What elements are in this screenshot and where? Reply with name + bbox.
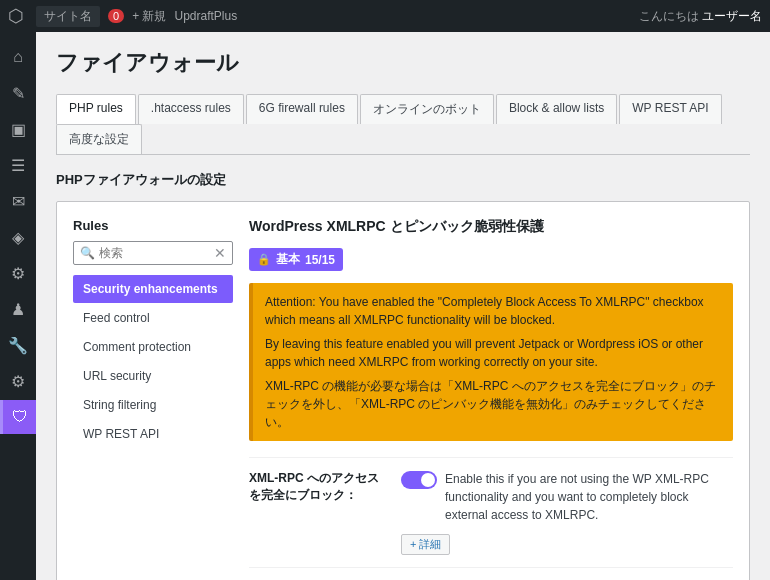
tab-htaccess[interactable]: .htaccess rules bbox=[138, 94, 244, 124]
sidebar: ⌂ ✎ ▣ ☰ ✉ ◈ ⚙ ♟ 🔧 ⚙ 🛡 bbox=[0, 32, 36, 580]
notif-count[interactable]: 0 bbox=[108, 9, 124, 23]
nav-item-feed[interactable]: Feed control bbox=[73, 304, 233, 332]
tab-php-rules[interactable]: PHP rules bbox=[56, 94, 136, 125]
search-box: 🔍 ✕ bbox=[73, 241, 233, 265]
tab-advanced[interactable]: 高度な設定 bbox=[56, 124, 142, 154]
greeting: こんにちは ユーザー名 bbox=[639, 8, 762, 25]
tab-block-allow[interactable]: Block & allow lists bbox=[496, 94, 617, 124]
sidebar-icon-comments[interactable]: ✉ bbox=[0, 184, 36, 218]
details-button-1[interactable]: + 詳細 bbox=[401, 534, 450, 555]
sidebar-icon-plugins[interactable]: ⚙ bbox=[0, 256, 36, 290]
sidebar-icon-media[interactable]: ▣ bbox=[0, 112, 36, 146]
setting-row-xmlrpc-block: XML-RPC へのアクセスを完全にブロック： Enable this if y… bbox=[249, 457, 733, 567]
badge-row: 🔒 基本 15/15 bbox=[249, 248, 733, 271]
toggle-xmlrpc-block[interactable] bbox=[401, 471, 437, 489]
right-panel: WordPress XMLRPC とピンバック脆弱性保護 🔒 基本 15/15 … bbox=[249, 218, 733, 580]
lock-icon: 🔒 bbox=[257, 253, 271, 266]
sidebar-icon-tools[interactable]: 🔧 bbox=[0, 328, 36, 362]
sidebar-icon-pages[interactable]: ☰ bbox=[0, 148, 36, 182]
warning-box: Attention: You have enabled the "Complet… bbox=[249, 283, 733, 441]
setting-toggle-row-1: Enable this if you are not using the WP … bbox=[401, 470, 733, 524]
setting-text-1: Enable this if you are not using the WP … bbox=[445, 470, 733, 524]
main-layout: ⌂ ✎ ▣ ☰ ✉ ◈ ⚙ ♟ 🔧 ⚙ 🛡 ファイアウォール PHP rules… bbox=[0, 32, 770, 580]
admin-bar: ⬡ サイト名 0 + 新規 UpdraftPlus こんにちは ユーザー名 bbox=[0, 0, 770, 32]
rules-label: Rules bbox=[73, 218, 233, 233]
new-post-button[interactable]: + 新規 bbox=[132, 8, 166, 25]
tab-bar: PHP rules .htaccess rules 6G firewall ru… bbox=[56, 94, 750, 155]
setting-row-xmlrpc-pingback: XML-RPC のピンバック機能を無効化： Jetpack や WP iOS な… bbox=[249, 567, 733, 580]
left-panel: Rules 🔍 ✕ Security enhancements Feed con… bbox=[73, 218, 233, 580]
nav-item-url[interactable]: URL security bbox=[73, 362, 233, 390]
nav-item-comment[interactable]: Comment protection bbox=[73, 333, 233, 361]
tab-6g[interactable]: 6G firewall rules bbox=[246, 94, 358, 124]
section-title: PHPファイアウォールの設定 bbox=[56, 171, 750, 189]
sidebar-icon-settings[interactable]: ⚙ bbox=[0, 364, 36, 398]
search-icon: 🔍 bbox=[80, 246, 95, 260]
sidebar-icon-posts[interactable]: ✎ bbox=[0, 76, 36, 110]
nav-item-security[interactable]: Security enhancements bbox=[73, 275, 233, 303]
main-content: ファイアウォール PHP rules .htaccess rules 6G fi… bbox=[36, 32, 770, 580]
tab-rest-api[interactable]: WP REST API bbox=[619, 94, 721, 124]
content-area: Rules 🔍 ✕ Security enhancements Feed con… bbox=[56, 201, 750, 580]
tab-bots[interactable]: オンラインのボット bbox=[360, 94, 494, 124]
plugin-label: UpdraftPlus bbox=[174, 9, 237, 23]
section-heading: WordPress XMLRPC とピンバック脆弱性保護 bbox=[249, 218, 733, 236]
page-title: ファイアウォール bbox=[56, 48, 750, 78]
warning-line-1: Attention: You have enabled the "Complet… bbox=[265, 293, 721, 329]
warning-line-2: By leaving this feature enabled you will… bbox=[265, 335, 721, 371]
wp-logo-icon: ⬡ bbox=[8, 5, 24, 27]
search-clear-icon[interactable]: ✕ bbox=[214, 245, 226, 261]
search-input[interactable] bbox=[99, 246, 210, 260]
warning-line-3: XML-RPC の機能が必要な場合は「XML-RPC へのアクセスを完全にブロッ… bbox=[265, 377, 721, 431]
sidebar-icon-shield[interactable]: 🛡 bbox=[0, 400, 36, 434]
sidebar-icon-appearance[interactable]: ◈ bbox=[0, 220, 36, 254]
sidebar-icon-users[interactable]: ♟ bbox=[0, 292, 36, 326]
site-name[interactable]: サイト名 bbox=[36, 6, 100, 27]
nav-item-rest-api[interactable]: WP REST API bbox=[73, 420, 233, 448]
badge-label: 基本 bbox=[276, 251, 300, 268]
setting-label-1: XML-RPC へのアクセスを完全にブロック： bbox=[249, 470, 389, 504]
setting-right-1: Enable this if you are not using the WP … bbox=[401, 470, 733, 555]
sidebar-icon-home[interactable]: ⌂ bbox=[0, 40, 36, 74]
badge: 🔒 基本 15/15 bbox=[249, 248, 343, 271]
nav-item-string[interactable]: String filtering bbox=[73, 391, 233, 419]
badge-count: 15/15 bbox=[305, 253, 335, 267]
